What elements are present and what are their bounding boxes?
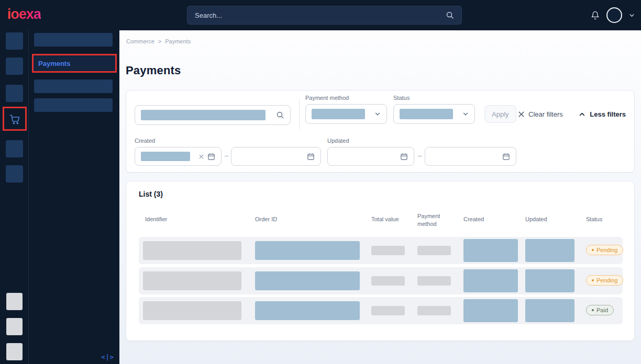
date-range-separator: – bbox=[225, 152, 228, 160]
payment-method-redacted-value bbox=[312, 109, 365, 119]
filters-card: Payment method Status Apply Clear fil bbox=[126, 90, 635, 173]
cell-identifier-redacted bbox=[143, 271, 241, 290]
rail-item-commerce-annotated[interactable] bbox=[3, 107, 27, 131]
status-label: Pending bbox=[596, 277, 617, 283]
calendar-icon[interactable] bbox=[502, 153, 510, 161]
rail-item-redacted-bottom[interactable] bbox=[6, 343, 23, 360]
cell-order-id-redacted bbox=[255, 271, 360, 290]
updated-from-date-input[interactable] bbox=[327, 147, 414, 166]
payment-method-select[interactable] bbox=[305, 104, 387, 124]
cell-payment-method-redacted bbox=[417, 276, 451, 286]
cell-updated-redacted bbox=[525, 269, 574, 292]
column-identifier: Identifier bbox=[145, 216, 167, 222]
calendar-icon[interactable] bbox=[400, 153, 408, 161]
chevron-down-icon bbox=[374, 111, 381, 117]
clear-filters-button[interactable]: Clear filters bbox=[518, 105, 563, 123]
global-search[interactable] bbox=[187, 6, 462, 25]
calendar-icon[interactable] bbox=[207, 153, 215, 161]
user-avatar[interactable] bbox=[606, 7, 622, 23]
date-range-separator: – bbox=[418, 152, 422, 160]
notifications-bell-icon[interactable] bbox=[591, 11, 600, 20]
column-created: Created bbox=[463, 216, 484, 222]
column-status: Status bbox=[586, 216, 602, 222]
sidebar-rail bbox=[0, 30, 29, 364]
status-filter-label: Status bbox=[393, 95, 410, 101]
created-from-redacted-value bbox=[141, 152, 190, 161]
table-header: Identifier Order ID Total value Payment … bbox=[139, 209, 623, 232]
cell-total-value-redacted bbox=[371, 276, 405, 286]
search-icon bbox=[446, 11, 454, 19]
topbar-actions bbox=[591, 0, 635, 30]
cell-payment-method-redacted bbox=[417, 246, 451, 255]
app-logo[interactable]: ioexa bbox=[7, 6, 41, 22]
breadcrumb-separator: > bbox=[158, 38, 161, 44]
column-total-value: Total value bbox=[371, 216, 399, 222]
payments-list-card: List (3) Identifier Order ID Total value… bbox=[126, 181, 635, 341]
app-window: ioexa bbox=[0, 0, 641, 364]
sidebar-item-payments-label: Payments bbox=[38, 60, 70, 67]
updated-to-date-input[interactable] bbox=[425, 147, 516, 166]
column-order-id: Order ID bbox=[255, 216, 277, 222]
updated-filter-label: Updated bbox=[327, 138, 349, 144]
created-filter-label: Created bbox=[135, 138, 155, 144]
cell-created-redacted bbox=[463, 299, 518, 322]
rail-item-redacted-bottom[interactable] bbox=[6, 318, 23, 335]
less-filters-button[interactable]: Less filters bbox=[579, 105, 626, 123]
user-menu-chevron-down-icon[interactable] bbox=[629, 13, 635, 18]
sidebar-item-redacted[interactable] bbox=[34, 79, 113, 93]
breadcrumb-item-commerce[interactable]: Commerce bbox=[126, 38, 154, 44]
table-row[interactable]: Pending bbox=[139, 237, 623, 264]
cell-order-id-redacted bbox=[255, 301, 360, 320]
sidebar-item-payments-annotated[interactable]: Payments bbox=[32, 54, 117, 73]
breadcrumb: Commerce > Payments bbox=[126, 38, 191, 44]
created-from-date-input[interactable] bbox=[135, 147, 222, 166]
status-badge: Pending bbox=[586, 275, 623, 286]
rail-item-redacted[interactable] bbox=[6, 58, 23, 75]
rail-item-redacted[interactable] bbox=[6, 32, 23, 50]
apply-button[interactable]: Apply bbox=[484, 105, 516, 123]
status-label: Pending bbox=[596, 247, 617, 253]
rail-item-redacted-bottom[interactable] bbox=[6, 293, 23, 310]
sidebar-collapse-icon[interactable]: <|> bbox=[101, 354, 114, 361]
cart-icon bbox=[8, 112, 21, 126]
global-search-input[interactable] bbox=[195, 12, 446, 19]
table-row[interactable]: Paid bbox=[139, 297, 623, 324]
rail-item-redacted[interactable] bbox=[6, 165, 23, 183]
sidebar-item-redacted[interactable] bbox=[34, 98, 113, 112]
clear-filters-label: Clear filters bbox=[528, 110, 563, 118]
sidebar-item-redacted[interactable] bbox=[34, 33, 113, 47]
column-updated: Updated bbox=[525, 216, 547, 222]
status-redacted-value bbox=[400, 109, 453, 119]
chevron-up-icon bbox=[579, 111, 585, 118]
cell-updated-redacted bbox=[525, 239, 574, 262]
cell-identifier-redacted bbox=[143, 301, 241, 320]
cell-order-id-redacted bbox=[255, 241, 360, 260]
chevron-down-icon bbox=[462, 111, 469, 117]
cell-total-value-redacted bbox=[371, 246, 405, 255]
rail-item-redacted[interactable] bbox=[6, 140, 23, 157]
payment-method-label: Payment method bbox=[305, 95, 349, 101]
rail-item-redacted[interactable] bbox=[6, 85, 23, 102]
main-content: Commerce > Payments Payments Payment met… bbox=[119, 30, 641, 364]
filter-search-redacted-value bbox=[141, 110, 266, 120]
list-title: List (3) bbox=[139, 190, 163, 198]
breadcrumb-item-payments[interactable]: Payments bbox=[165, 38, 191, 44]
calendar-icon[interactable] bbox=[307, 153, 315, 161]
cell-identifier-redacted bbox=[143, 241, 241, 260]
filter-search-input[interactable] bbox=[135, 105, 291, 125]
close-icon bbox=[518, 111, 525, 118]
created-to-date-input[interactable] bbox=[231, 147, 321, 166]
status-select[interactable] bbox=[393, 104, 475, 124]
table-row[interactable]: Pending bbox=[139, 267, 623, 294]
cell-created-redacted bbox=[463, 239, 518, 262]
column-payment-method: Payment method bbox=[417, 212, 445, 228]
search-icon bbox=[276, 111, 284, 119]
cell-payment-method-redacted bbox=[417, 306, 451, 315]
filter-divider bbox=[299, 99, 300, 129]
cell-created-redacted bbox=[463, 269, 518, 292]
status-badge: Paid bbox=[586, 305, 614, 315]
cell-total-value-redacted bbox=[371, 306, 405, 315]
page-title: Payments bbox=[126, 64, 181, 77]
clear-date-icon[interactable] bbox=[198, 154, 204, 160]
status-badge: Pending bbox=[586, 245, 623, 255]
